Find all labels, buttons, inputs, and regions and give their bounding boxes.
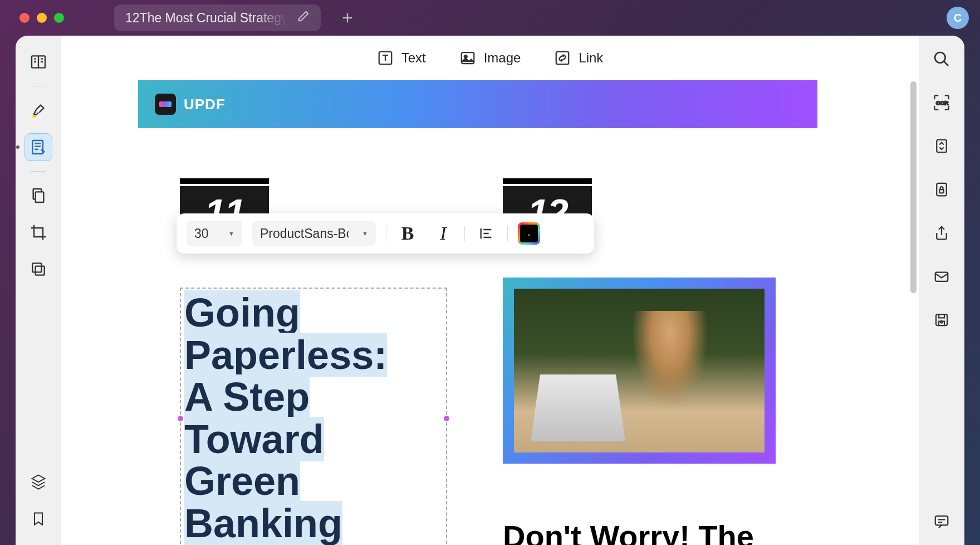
document-area: Text Image Link UPDF: [61, 36, 919, 545]
link-icon: [554, 50, 571, 66]
add-text-tool[interactable]: Text: [377, 50, 426, 66]
toolbar-separator: [386, 226, 386, 241]
font-size-value: 30: [194, 226, 215, 241]
text-edit-selection[interactable]: Going Paperless: A Step Toward Green Ban…: [180, 288, 447, 545]
edit-toolbar: Text Image Link: [61, 36, 919, 80]
highlighter-button[interactable]: [24, 96, 52, 124]
titlebar: 12The Most Crucial Strategy C: [0, 0, 980, 36]
svg-rect-16: [936, 314, 947, 325]
avatar[interactable]: C: [947, 7, 969, 29]
vertical-scrollbar[interactable]: [910, 81, 917, 293]
article-photo: [514, 289, 765, 452]
window-controls: [11, 13, 64, 23]
add-link-tool[interactable]: Link: [554, 50, 603, 66]
new-tab-button[interactable]: [337, 8, 357, 28]
document-header-banner: UPDF: [138, 80, 817, 128]
font-family-value: ProductSans-Bold: [260, 226, 349, 241]
heading-line: A Step Toward: [184, 374, 324, 461]
selection-handle-right[interactable]: [444, 416, 449, 421]
chevron-down-icon: ▼: [362, 230, 368, 237]
comments-button[interactable]: [929, 509, 954, 534]
add-image-tool[interactable]: Image: [459, 50, 521, 66]
organize-pages-button[interactable]: [24, 182, 52, 210]
image-label: Image: [484, 50, 521, 66]
protect-button[interactable]: [929, 177, 954, 202]
maximize-window-button[interactable]: [54, 13, 64, 23]
brand-text: UPDF: [184, 96, 226, 113]
search-button[interactable]: [929, 47, 954, 71]
svg-rect-1: [32, 140, 43, 154]
italic-button[interactable]: I: [432, 222, 454, 245]
reader-mode-button[interactable]: [24, 48, 52, 76]
font-family-select[interactable]: ProductSans-Bold ▼: [252, 221, 376, 246]
pdf-page: UPDF 11 Going Paperless: A Step Toward: [138, 80, 817, 545]
align-button[interactable]: [475, 222, 497, 245]
sidebar-divider: [31, 171, 46, 172]
avatar-letter: C: [954, 12, 962, 25]
tab-title: 12The Most Crucial Strategy: [125, 11, 287, 26]
batch-button[interactable]: [24, 255, 52, 283]
chevron-down-icon: ⌄: [527, 231, 531, 237]
text-icon: [377, 50, 394, 66]
email-button[interactable]: [929, 264, 954, 289]
close-window-button[interactable]: [19, 13, 30, 23]
layers-button[interactable]: [24, 468, 52, 496]
font-size-select[interactable]: 30 ▼: [187, 221, 242, 246]
svg-rect-18: [935, 516, 948, 525]
toolbar-separator: [507, 226, 508, 241]
chevron-down-icon: ▼: [228, 230, 234, 237]
main-window: Text Image Link UPDF: [16, 36, 964, 545]
floating-text-toolbar: 30 ▼ ProductSans-Bold ▼ B I ⌄: [177, 213, 594, 254]
edit-text-button[interactable]: [24, 133, 52, 161]
left-sidebar: [16, 36, 61, 545]
pencil-icon: [297, 10, 310, 26]
link-label: Link: [579, 50, 603, 66]
document-tab[interactable]: 12The Most Crucial Strategy: [114, 4, 321, 31]
svg-text:OCR: OCR: [936, 100, 948, 106]
photo-frame[interactable]: [503, 278, 776, 464]
convert-button[interactable]: [929, 134, 954, 158]
ocr-button[interactable]: OCR: [929, 90, 954, 115]
bookmark-button[interactable]: [24, 505, 52, 533]
svg-rect-5: [36, 266, 45, 275]
svg-rect-4: [32, 263, 41, 272]
document-scroll[interactable]: UPDF 11 Going Paperless: A Step Toward: [61, 80, 919, 545]
svg-rect-9: [556, 52, 569, 65]
image-icon: [459, 50, 476, 66]
heading-line: Green Banking: [184, 459, 342, 545]
save-button[interactable]: [929, 308, 954, 332]
bold-button[interactable]: B: [396, 222, 419, 245]
toolbar-separator: [464, 226, 465, 241]
svg-rect-15: [935, 272, 948, 281]
crop-button[interactable]: [24, 218, 52, 246]
updf-logo-icon: [155, 94, 176, 115]
right-heading[interactable]: Don't Worry! The: [503, 519, 776, 545]
svg-rect-3: [36, 192, 44, 202]
heading-line: Going Paperless:: [184, 290, 387, 377]
svg-rect-12: [937, 140, 947, 153]
selection-handle-left[interactable]: [178, 416, 183, 421]
text-label: Text: [401, 50, 426, 66]
svg-point-10: [935, 52, 945, 63]
minimize-window-button[interactable]: [37, 13, 47, 23]
text-color-button[interactable]: ⌄: [518, 222, 540, 245]
editable-heading[interactable]: Going Paperless: A Step Toward Green Ban…: [184, 292, 443, 545]
svg-rect-14: [939, 189, 944, 193]
share-button[interactable]: [929, 221, 954, 245]
sidebar-divider: [31, 86, 46, 86]
right-sidebar: OCR: [919, 36, 964, 545]
svg-point-17: [940, 321, 943, 323]
